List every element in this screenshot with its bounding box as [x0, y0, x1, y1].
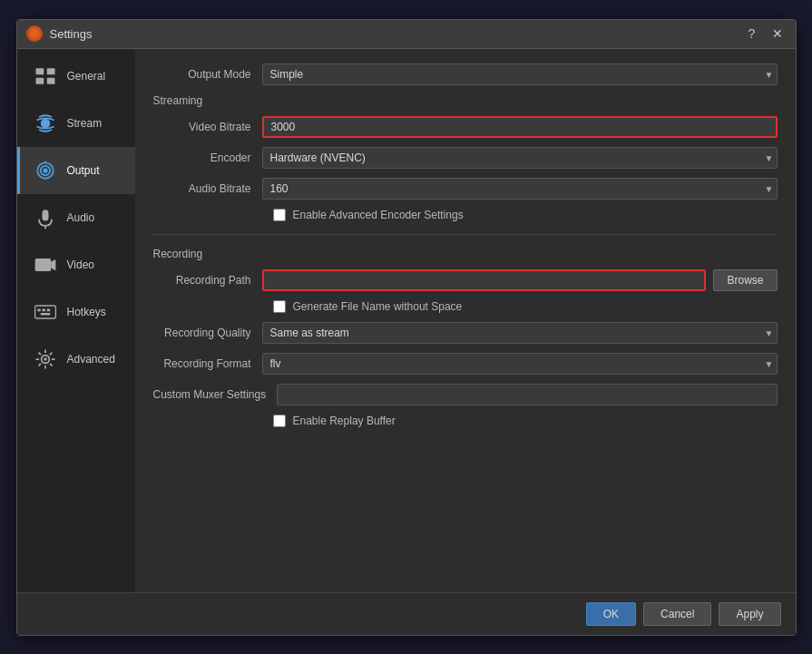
output-mode-select-wrapper: Simple ▼: [262, 63, 778, 85]
video-bitrate-label: Video Bitrate: [153, 121, 262, 133]
generate-filename-label: Generate File Name without Space: [293, 300, 463, 313]
cancel-button[interactable]: Cancel: [643, 602, 711, 626]
sidebar-item-advanced[interactable]: Advanced: [17, 336, 135, 383]
recording-path-input-row: Browse: [262, 269, 778, 291]
sidebar-item-video[interactable]: Video: [17, 241, 135, 288]
streaming-section-header: Streaming: [153, 94, 778, 107]
audio-bitrate-select[interactable]: 160: [262, 178, 778, 200]
output-mode-control: Simple ▼: [262, 63, 778, 85]
video-bitrate-input[interactable]: 3000: [262, 116, 778, 138]
recording-format-select-wrapper: flv ▼: [262, 353, 778, 375]
sidebar-item-output[interactable]: Output: [17, 147, 135, 194]
recording-path-input[interactable]: [262, 269, 707, 291]
sidebar-general-label: General: [67, 70, 106, 83]
custom-muxer-input[interactable]: [277, 384, 777, 405]
svg-rect-15: [42, 308, 45, 311]
output-mode-select[interactable]: Simple: [262, 63, 778, 85]
sidebar: General Stream: [17, 49, 135, 592]
svg-point-4: [40, 118, 50, 128]
svg-rect-1: [35, 77, 44, 83]
generate-filename-checkbox[interactable]: [273, 300, 286, 313]
main-panel: Output Mode Simple ▼ Streaming Video Bit…: [135, 49, 796, 592]
audio-bitrate-control: 160 ▼: [262, 178, 778, 200]
titlebar: Settings ? ✕: [17, 20, 796, 49]
recording-format-row: Recording Format flv ▼: [153, 353, 778, 375]
video-icon: [31, 250, 60, 279]
svg-rect-2: [46, 68, 54, 74]
general-icon: [31, 62, 60, 91]
enable-replay-checkbox[interactable]: [273, 415, 286, 427]
encoder-select-wrapper: Hardware (NVENC) ▼: [262, 147, 778, 169]
recording-quality-row: Recording Quality Same as stream ▼: [153, 322, 778, 344]
recording-quality-control: Same as stream ▼: [262, 322, 778, 344]
sidebar-item-audio[interactable]: Audio: [17, 194, 135, 241]
sidebar-item-general[interactable]: General: [17, 53, 135, 100]
recording-format-control: flv ▼: [262, 353, 778, 375]
sidebar-item-hotkeys[interactable]: Hotkeys: [17, 288, 135, 336]
output-icon: [31, 156, 60, 185]
audio-icon: [31, 203, 60, 232]
svg-rect-13: [34, 306, 55, 318]
generate-filename-row: Generate File Name without Space: [153, 300, 778, 313]
sidebar-output-label: Output: [67, 164, 100, 177]
main-layout: General Stream: [17, 49, 796, 592]
section-divider: [153, 234, 778, 235]
enable-replay-label: Enable Replay Buffer: [293, 415, 396, 427]
advanced-icon: [31, 345, 60, 374]
svg-rect-17: [40, 312, 50, 315]
encoder-control: Hardware (NVENC) ▼: [262, 147, 778, 169]
sidebar-hotkeys-label: Hotkeys: [67, 306, 106, 318]
app-icon: [26, 25, 43, 42]
dialog-footer: OK Cancel Apply: [17, 592, 796, 635]
help-button[interactable]: ?: [743, 24, 761, 43]
settings-window: Settings ? ✕ General: [16, 19, 797, 636]
enable-advanced-row: Enable Advanced Encoder Settings: [153, 209, 778, 221]
svg-rect-14: [37, 308, 41, 311]
ok-button[interactable]: OK: [586, 602, 636, 626]
recording-quality-select-wrapper: Same as stream ▼: [262, 322, 778, 344]
custom-muxer-row: Custom Muxer Settings: [153, 384, 778, 405]
recording-format-label: Recording Format: [153, 357, 262, 370]
audio-bitrate-label: Audio Bitrate: [153, 182, 262, 195]
window-title: Settings: [50, 27, 743, 41]
recording-section-header: Recording: [153, 248, 778, 260]
close-button[interactable]: ✕: [768, 24, 787, 43]
stream-icon: [31, 109, 60, 138]
recording-quality-label: Recording Quality: [153, 327, 262, 339]
svg-rect-16: [46, 308, 50, 311]
sidebar-audio-label: Audio: [67, 211, 95, 224]
svg-rect-3: [46, 77, 54, 83]
output-mode-row: Output Mode Simple ▼: [153, 63, 778, 85]
svg-marker-12: [51, 259, 55, 269]
recording-path-control: Browse: [262, 269, 778, 291]
sidebar-video-label: Video: [67, 259, 94, 271]
recording-format-select[interactable]: flv: [262, 353, 778, 375]
browse-button[interactable]: Browse: [713, 269, 777, 291]
custom-muxer-label: Custom Muxer Settings: [153, 388, 278, 401]
svg-rect-0: [35, 68, 44, 74]
sidebar-advanced-label: Advanced: [67, 353, 115, 366]
apply-button[interactable]: Apply: [719, 602, 780, 626]
sidebar-stream-label: Stream: [67, 117, 103, 130]
enable-replay-row: Enable Replay Buffer: [153, 415, 778, 427]
recording-quality-select[interactable]: Same as stream: [262, 322, 778, 344]
encoder-label: Encoder: [153, 151, 262, 164]
svg-point-7: [43, 168, 47, 172]
hotkeys-icon: [31, 298, 60, 327]
encoder-row: Encoder Hardware (NVENC) ▼: [153, 147, 778, 169]
enable-advanced-checkbox[interactable]: [273, 209, 286, 221]
custom-muxer-control: [277, 384, 777, 405]
window-controls: ? ✕: [743, 24, 787, 43]
video-bitrate-row: Video Bitrate 3000: [153, 116, 778, 138]
audio-bitrate-select-wrapper: 160 ▼: [262, 178, 778, 200]
encoder-select[interactable]: Hardware (NVENC): [262, 147, 778, 169]
video-bitrate-control: 3000: [262, 116, 778, 138]
recording-path-label: Recording Path: [153, 274, 262, 287]
sidebar-item-stream[interactable]: Stream: [17, 100, 135, 147]
output-mode-label: Output Mode: [153, 68, 262, 81]
recording-path-row: Recording Path Browse: [153, 269, 778, 291]
svg-rect-9: [42, 210, 48, 220]
enable-advanced-label: Enable Advanced Encoder Settings: [293, 209, 464, 221]
svg-point-19: [44, 357, 47, 361]
svg-rect-11: [34, 259, 51, 271]
